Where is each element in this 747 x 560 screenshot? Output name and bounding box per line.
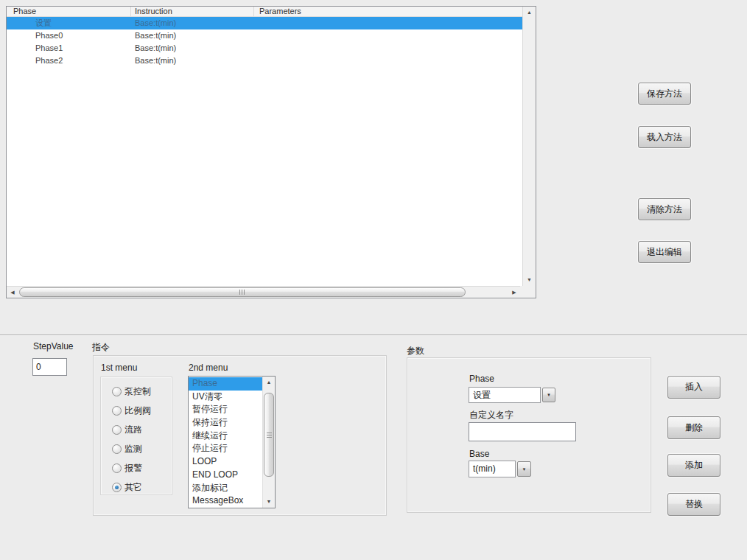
- column-header-instruction[interactable]: Instruction: [131, 7, 254, 16]
- table-row[interactable]: Phase1 Base:t(min): [7, 42, 522, 55]
- column-header-phase[interactable]: Phase: [7, 7, 131, 16]
- phase-dropdown[interactable]: 设置: [469, 387, 541, 403]
- parameters-cell: [254, 29, 522, 42]
- radio-icon: [112, 463, 122, 473]
- instruction-cell: Base:t(min): [131, 17, 254, 29]
- method-table-frame: Phase Instruction Parameters 设置 Base:t(m…: [6, 6, 536, 298]
- table-row[interactable]: 设置 Base:t(min): [7, 17, 522, 29]
- phase-cell: 设置: [7, 17, 131, 29]
- scroll-up-icon[interactable]: ▲: [524, 7, 536, 18]
- replace-button[interactable]: 替换: [667, 493, 720, 516]
- step-value-input[interactable]: [32, 358, 67, 376]
- list-item[interactable]: END LOOP: [189, 469, 262, 482]
- scroll-left-icon[interactable]: ◀: [7, 287, 18, 298]
- table-row[interactable]: Phase0 Base:t(min): [7, 29, 522, 42]
- radio-icon: [112, 387, 122, 396]
- radio-option-label: 监测: [124, 443, 142, 455]
- list-item[interactable]: 继续运行: [189, 430, 262, 443]
- parameters-cell: [254, 42, 522, 55]
- list-item[interactable]: 保持运行: [189, 416, 262, 430]
- chevron-down-icon: ▼: [547, 393, 551, 397]
- radio-option-label: 其它: [124, 481, 142, 494]
- second-menu-items: Phase UV清零 暂停运行 保持运行 继续运行 停止运行 LOOP END …: [189, 377, 262, 508]
- list-item[interactable]: MessageBox: [189, 494, 262, 508]
- base-dropdown-button[interactable]: ▼: [517, 461, 531, 477]
- list-item[interactable]: 暂停运行: [189, 403, 262, 416]
- radio-option-label: 报警: [124, 462, 142, 475]
- scroll-up-icon[interactable]: ▲: [263, 377, 275, 388]
- base-field-label: Base: [469, 449, 489, 459]
- save-method-button[interactable]: 保存方法: [638, 83, 691, 105]
- instruction-cell: Base:t(min): [131, 29, 254, 42]
- radio-option-label: 泵控制: [124, 385, 151, 398]
- params-group-label: 参数: [407, 345, 424, 357]
- radio-option[interactable]: 流路: [112, 425, 172, 435]
- list-item[interactable]: UV清零: [189, 391, 262, 404]
- scroll-down-icon[interactable]: ▼: [524, 274, 536, 286]
- instruction-cell: Base:t(min): [131, 55, 254, 67]
- table-row[interactable]: Phase2 Base:t(min): [7, 55, 522, 67]
- parameters-cell: [254, 55, 522, 67]
- step-value-label: StepValue: [33, 341, 74, 351]
- phase-dropdown-button[interactable]: ▼: [542, 388, 555, 402]
- phase-cell: Phase1: [7, 42, 131, 55]
- base-dropdown[interactable]: t(min): [469, 461, 516, 477]
- second-menu-listbox: Phase UV清零 暂停运行 保持运行 继续运行 停止运行 LOOP END …: [188, 376, 276, 508]
- instruction-cell: Base:t(min): [131, 42, 254, 55]
- radio-icon: [112, 444, 122, 454]
- scroll-right-icon[interactable]: ▶: [508, 287, 520, 298]
- table-header: Phase Instruction Parameters: [7, 7, 522, 17]
- list-item[interactable]: 停止运行: [189, 442, 262, 455]
- horizontal-scroll-thumb[interactable]: [19, 287, 466, 297]
- add-button[interactable]: 添加: [667, 454, 720, 477]
- panel-divider: [0, 335, 747, 336]
- table-rows: 设置 Base:t(min) Phase0 Base:t(min) Phase1…: [7, 17, 522, 67]
- list-item[interactable]: 添加标记: [189, 482, 262, 495]
- column-header-parameters[interactable]: Parameters: [254, 7, 522, 16]
- radio-option[interactable]: 报警: [112, 463, 172, 473]
- radio-option[interactable]: 其它: [112, 483, 172, 492]
- insert-button[interactable]: 插入: [667, 376, 720, 399]
- table-horizontal-scrollbar[interactable]: ◀ ▶: [7, 286, 520, 298]
- custom-name-input[interactable]: [469, 422, 576, 441]
- instruction-group-label: 指令: [92, 341, 110, 354]
- radio-option-label: 流路: [124, 424, 142, 436]
- first-menu-label: 1st menu: [101, 363, 137, 373]
- radio-option[interactable]: 泵控制: [112, 387, 172, 396]
- exit-edit-button[interactable]: 退出编辑: [638, 241, 691, 263]
- vertical-scroll-thumb[interactable]: [264, 393, 274, 477]
- load-method-button[interactable]: 载入方法: [638, 126, 691, 148]
- radio-option[interactable]: 比例阀: [112, 406, 172, 416]
- scroll-grip-icon: [239, 290, 245, 295]
- parameters-cell: [254, 17, 522, 29]
- phase-field-label: Phase: [469, 374, 494, 384]
- list-item[interactable]: LOOP: [189, 455, 262, 469]
- chevron-down-icon: ▼: [522, 467, 527, 472]
- phase-cell: Phase2: [7, 55, 131, 67]
- method-list: Phase Instruction Parameters 设置 Base:t(m…: [7, 7, 522, 286]
- listbox-scrollbar[interactable]: ▲ ▼: [262, 377, 275, 508]
- scroll-grip-icon: [267, 432, 272, 438]
- radio-option[interactable]: 监测: [112, 444, 172, 454]
- radio-icon: [112, 483, 122, 492]
- table-vertical-scrollbar[interactable]: ▲ ▼: [522, 7, 536, 286]
- radio-icon: [112, 425, 122, 435]
- second-menu-label: 2nd menu: [189, 363, 228, 373]
- first-menu-radio-group: 泵控制 比例阀 流路 监测 报警 其它: [100, 377, 172, 495]
- radio-icon: [112, 406, 122, 416]
- radio-option-label: 比例阀: [124, 405, 151, 417]
- list-item[interactable]: Phase: [189, 377, 262, 391]
- custom-name-label: 自定义名字: [469, 409, 513, 421]
- phase-cell: Phase0: [7, 29, 131, 42]
- clear-method-button[interactable]: 清除方法: [638, 198, 691, 220]
- scroll-down-icon[interactable]: ▼: [263, 496, 275, 508]
- delete-button[interactable]: 删除: [667, 416, 720, 439]
